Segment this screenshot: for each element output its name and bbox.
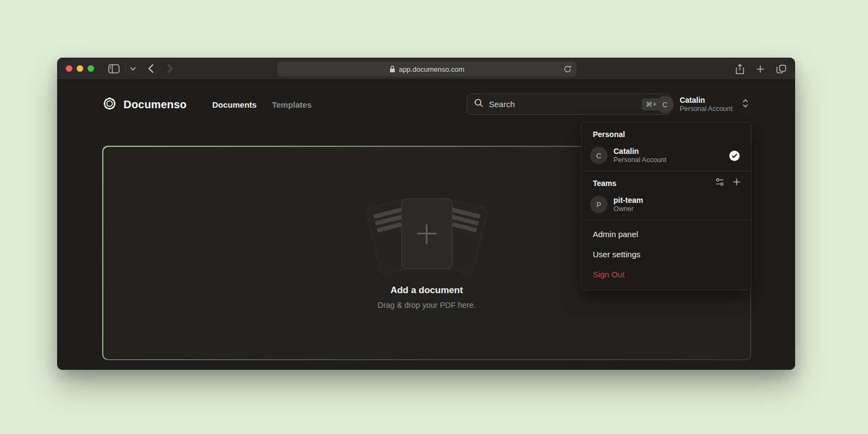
dropzone-subtitle: Drag & drop your PDF here.: [103, 301, 751, 309]
sidebar-icon[interactable]: [108, 64, 120, 73]
chevron-down-icon[interactable]: [130, 67, 136, 71]
search-input[interactable]: [489, 100, 642, 109]
forward-icon[interactable]: [167, 64, 173, 73]
menu-item-sign-out[interactable]: Sign Out: [581, 264, 751, 284]
new-tab-icon[interactable]: [756, 65, 765, 73]
nav-documents[interactable]: Documents: [212, 100, 257, 109]
account-menu-button[interactable]: C Catalin Personal Account: [656, 92, 749, 116]
browser-window: app.documenso.com: [57, 58, 795, 370]
avatar: C: [590, 147, 607, 164]
account-dropdown-menu: Personal C Catalin Personal Account Team…: [581, 122, 752, 290]
add-team-icon[interactable]: [733, 178, 741, 188]
lock-icon: [389, 65, 395, 73]
address-text: app.documenso.com: [399, 65, 464, 73]
account-subtitle: Personal Account: [680, 105, 733, 113]
selected-check-icon: [729, 151, 740, 161]
app-header: Documenso Documents Templates ⌘+K C: [102, 92, 751, 116]
nav-templates[interactable]: Templates: [272, 100, 312, 109]
account-name: Catalin: [680, 96, 733, 105]
share-icon[interactable]: [735, 64, 745, 75]
search-icon: [474, 98, 483, 110]
chevrons-up-down-icon: [742, 99, 749, 110]
tab-overview-icon[interactable]: [776, 64, 786, 74]
traffic-lights: [57, 65, 94, 72]
reload-icon[interactable]: [563, 65, 572, 75]
team-row[interactable]: P pit-team Owner: [581, 193, 751, 220]
minimize-window-button[interactable]: [77, 65, 83, 72]
account-row-name: Catalin: [613, 147, 723, 156]
team-row-name: pit-team: [613, 196, 740, 205]
account-row-subtitle: Personal Account: [613, 156, 723, 164]
documenso-page: Documenso Documents Templates ⌘+K C: [57, 80, 795, 370]
brand[interactable]: Documenso: [102, 96, 187, 113]
personal-account-row[interactable]: C Catalin Personal Account: [581, 144, 751, 171]
zoom-window-button[interactable]: [88, 65, 94, 72]
browser-toolbar: app.documenso.com: [57, 58, 795, 80]
menu-item-user-settings[interactable]: User settings: [581, 244, 751, 264]
brand-name: Documenso: [123, 98, 187, 111]
team-row-role: Owner: [613, 205, 740, 213]
toolbar-divider: [125, 64, 126, 73]
address-bar[interactable]: app.documenso.com: [277, 61, 576, 77]
back-icon[interactable]: [148, 64, 154, 73]
main-nav: Documents Templates: [212, 100, 312, 109]
manage-teams-icon[interactable]: [715, 177, 724, 189]
avatar: P: [590, 196, 607, 213]
plus-icon: [417, 224, 437, 244]
teams-section-header: Teams: [581, 171, 751, 193]
document-card-add: [401, 199, 452, 269]
personal-section-label: Personal: [581, 129, 751, 144]
menu-item-admin-panel[interactable]: Admin panel: [581, 224, 751, 244]
search-bar[interactable]: ⌘+K: [467, 94, 671, 115]
documenso-logo-icon: [102, 96, 117, 113]
teams-section-label: Teams: [593, 179, 715, 188]
close-window-button[interactable]: [66, 65, 72, 72]
avatar: C: [656, 96, 674, 113]
